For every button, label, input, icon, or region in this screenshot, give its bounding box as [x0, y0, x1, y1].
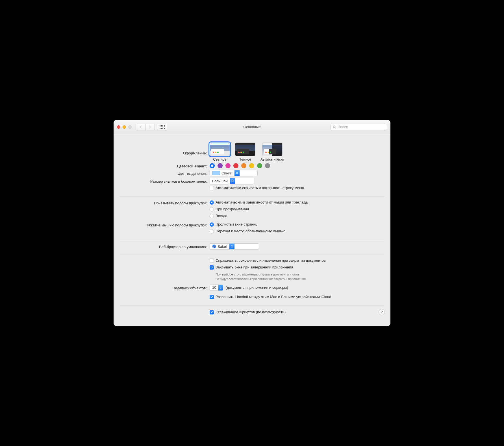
section-scrollbars: Показывать полосы прокрутки: Автоматичес…	[119, 196, 385, 240]
svg-point-0	[333, 126, 335, 128]
accent-colors	[210, 163, 270, 168]
appearance-label: Оформление:	[119, 143, 210, 155]
section-appearance: Оформление: Светлое	[119, 139, 385, 196]
font-smoothing-checkbox[interactable]	[210, 310, 214, 314]
window-controls	[117, 125, 132, 129]
search-icon	[333, 125, 336, 129]
handoff-label: Разрешить Handoff между этим Mac и Вашим…	[216, 295, 331, 299]
close-window-button[interactable]	[117, 125, 120, 129]
sidebar-icon-popup[interactable]: Большой	[210, 178, 255, 184]
show-all-button[interactable]	[157, 124, 167, 130]
section-documents: Спрашивать, сохранять ли изменения при з…	[119, 255, 385, 305]
minimize-window-button[interactable]	[123, 125, 126, 129]
recent-label: Недавних объектов:	[119, 285, 210, 290]
accent-color-3[interactable]	[233, 163, 238, 168]
accent-color-0[interactable]	[210, 163, 215, 168]
accent-color-4[interactable]	[241, 163, 246, 168]
appearance-thumbs: Светлое Темное	[210, 143, 284, 161]
content: Оформление: Светлое	[114, 134, 390, 326]
appearance-option-auto[interactable]: Автоматически	[260, 143, 284, 161]
close-windows-checkbox[interactable]	[210, 265, 214, 270]
close-windows-label: Закрывать окна при завершении приложения	[216, 265, 293, 269]
appearance-option-dark[interactable]: Темное	[235, 143, 255, 161]
recent-value: 10	[210, 285, 218, 290]
svg-line-1	[335, 128, 336, 128]
scroll-click-radio-0[interactable]	[210, 222, 214, 227]
appearance-option-label: Светлое	[213, 158, 227, 161]
chevron-updown-icon	[230, 178, 235, 184]
highlight-value: Синий	[221, 171, 232, 175]
scroll-click-radio-1[interactable]	[210, 229, 214, 233]
nav-forward-button[interactable]	[145, 124, 155, 130]
highlight-popup[interactable]: Синий	[210, 170, 258, 176]
chevron-updown-icon	[234, 170, 240, 176]
accent-label: Цветовой акцент:	[119, 163, 210, 168]
browser-label: Веб-браузер по умолчанию:	[119, 244, 210, 249]
section-browser: Веб-браузер по умолчанию: Safari	[119, 240, 385, 255]
scrollbars-option-label: Всегда	[216, 214, 227, 218]
close-windows-hint: При выборе этого параметра открытые доку…	[216, 272, 385, 281]
scroll-click-option-label: Переход к месту, обозначенному мышью	[216, 229, 286, 233]
ask-save-label: Спрашивать, сохранять ли изменения при з…	[216, 258, 326, 263]
handoff-checkbox[interactable]	[210, 295, 214, 299]
appearance-option-label: Темное	[239, 158, 251, 161]
menubar-autohide-checkbox[interactable]	[210, 186, 214, 190]
scroll-click-label: Нажатие мышью полосы прокрутки:	[119, 222, 210, 227]
search-field[interactable]	[331, 124, 387, 130]
accent-color-2[interactable]	[225, 163, 231, 168]
nav-back-button[interactable]	[136, 124, 145, 130]
sidebar-icon-value: Большой	[210, 179, 230, 183]
titlebar: Основные	[114, 120, 390, 134]
scroll-click-option-label: Пролистывание страниц	[216, 222, 257, 226]
chevron-updown-icon	[229, 244, 234, 249]
accent-color-7[interactable]	[265, 163, 270, 168]
accent-color-6[interactable]	[257, 163, 262, 168]
search-input[interactable]	[338, 125, 385, 129]
browser-popup[interactable]: Safari	[210, 243, 259, 250]
highlight-label: Цвет выделения:	[119, 170, 210, 176]
scrollbars-label: Показывать полосы прокрутки:	[119, 200, 210, 205]
sidebar-icon-label: Размер значков в боковом меню:	[119, 178, 210, 183]
preferences-window: Основные Оформление:	[114, 120, 390, 326]
chevron-right-icon	[149, 126, 151, 128]
accent-color-1[interactable]	[218, 163, 223, 168]
accent-color-5[interactable]	[249, 163, 254, 168]
help-button[interactable]: ?	[379, 309, 385, 315]
nav-buttons	[136, 124, 155, 130]
zoom-window-button	[128, 125, 132, 129]
recent-suffix: (документы, приложения и серверы)	[225, 285, 288, 290]
chevron-left-icon	[140, 126, 142, 128]
scrollbars-radio-1[interactable]	[210, 207, 214, 211]
font-smoothing-label: Сглаживание шрифтов (по возможности)	[216, 310, 286, 314]
scrollbars-radio-2[interactable]	[210, 214, 214, 218]
safari-icon	[212, 244, 216, 248]
grid-icon	[160, 125, 165, 129]
ask-save-checkbox[interactable]	[210, 259, 214, 263]
color-swatch-icon	[212, 171, 220, 175]
recent-items-stepper[interactable]: 10	[210, 285, 223, 291]
appearance-option-light[interactable]: Светлое	[210, 143, 230, 161]
appearance-option-label: Автоматически	[260, 158, 284, 161]
chevron-updown-icon	[218, 285, 223, 290]
browser-value: Safari	[218, 244, 227, 249]
section-font-smoothing: Сглаживание шрифтов (по возможности) ?	[119, 305, 385, 320]
scrollbars-option-label: При прокручивании	[216, 207, 249, 211]
menubar-autohide-label: Автоматически скрывать и показывать стро…	[216, 186, 304, 190]
scrollbars-radio-0[interactable]	[210, 200, 214, 205]
scrollbars-option-label: Автоматически, в зависимости от мыши или…	[216, 200, 308, 204]
